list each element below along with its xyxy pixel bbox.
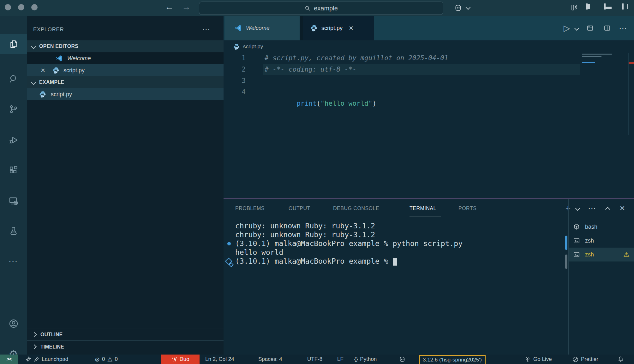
- terminal-line: chruby: unknown Ruby: ruby-3.1.2: [235, 221, 375, 230]
- terminal-instance-zsh[interactable]: zsh: [569, 234, 634, 248]
- project-section-header[interactable]: EXAMPLE: [27, 76, 224, 88]
- warning-count: 0: [115, 356, 117, 362]
- line-number: 2: [227, 64, 246, 75]
- overview-ruler: [628, 53, 629, 135]
- outline-section[interactable]: OUTLINE: [27, 328, 224, 341]
- timeline-section[interactable]: TIMELINE: [27, 340, 224, 353]
- python-icon: [39, 91, 46, 98]
- indentation-indicator[interactable]: Spaces: 4: [258, 355, 282, 364]
- close-window-button[interactable]: [5, 4, 11, 10]
- language-label: Python: [360, 356, 377, 362]
- remote-indicator[interactable]: ><: [0, 355, 18, 364]
- editor-more-actions-icon[interactable]: ⋯: [618, 16, 628, 40]
- breadcrumb-item[interactable]: script.py: [243, 44, 263, 50]
- account-icon[interactable]: [0, 314, 27, 334]
- tab-debug-console[interactable]: DEBUG CONSOLE: [333, 203, 379, 214]
- terminal-instance-zsh-selected[interactable]: zsh ⚠: [569, 248, 634, 261]
- activity-bar: ⋯ ⚙: [0, 16, 27, 355]
- cursor-position[interactable]: Ln 2, Col 24: [205, 355, 234, 364]
- toggle-panel-icon[interactable]: [604, 3, 606, 10]
- gitlab-duo-badge[interactable]: Duo: [161, 355, 200, 364]
- explorer-sidebar: EXPLORER ⋯ OPEN EDITORS Welcome × script…: [27, 16, 224, 355]
- run-dropdown-chevron-icon[interactable]: [573, 16, 580, 40]
- customize-layout-icon[interactable]: [570, 4, 578, 11]
- remote-explorer-icon[interactable]: [0, 191, 27, 211]
- open-editor-scriptpy[interactable]: × script.py: [27, 64, 224, 76]
- run-python-file-icon[interactable]: ▷: [562, 16, 571, 40]
- bottom-panel: PROBLEMS OUTPUT DEBUG CONSOLE TERMINAL P…: [224, 198, 634, 355]
- mini-rocket-icon: [34, 356, 39, 362]
- open-editor-welcome[interactable]: Welcome: [27, 52, 224, 64]
- error-icon: ⊗: [95, 356, 100, 363]
- editor-area: Welcome script.py × ▷ ⋯: [224, 16, 634, 355]
- tab-output[interactable]: OUTPUT: [289, 203, 310, 214]
- terminal-icon: [573, 251, 580, 258]
- close-panel-icon[interactable]: ×: [618, 203, 627, 214]
- new-terminal-icon[interactable]: +: [564, 203, 572, 214]
- problems-status[interactable]: ⊗ 0 ⚠ 0: [95, 355, 118, 364]
- command-center-search[interactable]: example: [199, 2, 443, 15]
- maximize-panel-icon[interactable]: [603, 203, 612, 214]
- tab-terminal[interactable]: TERMINAL: [410, 203, 436, 214]
- project-section-label: EXAMPLE: [39, 79, 64, 85]
- extensions-icon[interactable]: [0, 160, 27, 180]
- python-interpreter-indicator[interactable]: 3.12.6 ('hsg-spring2025'): [419, 355, 486, 364]
- terminal-instance-label: zsh: [585, 251, 594, 258]
- python-icon: [310, 24, 318, 32]
- terminal-icon: [573, 237, 580, 244]
- tab-problems[interactable]: PROBLEMS: [235, 203, 265, 214]
- circle-slash-icon: [572, 356, 579, 363]
- copilot-menu-chevron-icon[interactable]: [466, 5, 471, 10]
- vscode-logo-icon: [234, 24, 242, 32]
- go-live-item[interactable]: Go Live: [524, 355, 552, 364]
- code-punct: ): [372, 100, 376, 107]
- split-editor-icon[interactable]: [602, 16, 613, 40]
- explorer-actions-icon[interactable]: ⋯: [202, 23, 210, 36]
- prettier-item[interactable]: Prettier: [572, 355, 598, 364]
- launchpad-label: Launchpad: [42, 356, 68, 362]
- back-arrow-icon[interactable]: ←: [165, 2, 174, 12]
- tab-ports[interactable]: PORTS: [458, 203, 476, 214]
- sidebar-title: EXPLORER: [33, 23, 64, 36]
- zoom-window-button[interactable]: [31, 4, 38, 10]
- forward-arrow-icon[interactable]: →: [182, 2, 191, 12]
- breadcrumb[interactable]: script.py: [224, 40, 634, 53]
- tab-scriptpy[interactable]: script.py ×: [303, 16, 374, 40]
- notifications-bell-icon[interactable]: [617, 355, 624, 364]
- testing-icon[interactable]: [0, 221, 27, 241]
- cube-icon: [573, 223, 580, 230]
- language-mode[interactable]: {} Python: [354, 355, 377, 364]
- tab-welcome[interactable]: Welcome: [225, 16, 300, 40]
- code-punct: (: [316, 100, 320, 107]
- encoding-indicator[interactable]: UTF-8: [307, 355, 322, 364]
- terminal-launch-chevron-icon[interactable]: [574, 203, 581, 214]
- run-and-debug-icon[interactable]: [0, 130, 27, 150]
- terminal-scrollbar-mark[interactable]: [565, 236, 567, 250]
- command-success-decoration-icon[interactable]: [227, 242, 231, 245]
- search-view-icon[interactable]: [0, 69, 27, 89]
- toggle-secondary-sidebar-icon[interactable]: [622, 3, 624, 10]
- toggle-primary-sidebar-icon[interactable]: [586, 3, 588, 10]
- more-views-icon[interactable]: ⋯: [0, 251, 27, 271]
- panel-more-actions-icon[interactable]: ⋯: [587, 203, 597, 214]
- launchpad-item[interactable]: Launchpad: [25, 355, 68, 364]
- terminal-scrollbar-mark[interactable]: [565, 255, 567, 269]
- code-comment: # -*- coding: utf-8 -*-: [265, 66, 356, 73]
- terminal-line: (3.10.1) malka@MacBookPro example % pyth…: [235, 239, 463, 248]
- open-editors-header[interactable]: OPEN EDITORS: [27, 40, 224, 52]
- minimize-window-button[interactable]: [18, 4, 24, 10]
- copilot-icon[interactable]: [454, 4, 463, 12]
- close-icon[interactable]: ×: [349, 24, 353, 32]
- close-icon[interactable]: ×: [41, 66, 45, 75]
- minimap: [582, 62, 595, 63]
- source-control-icon[interactable]: [0, 99, 27, 119]
- copilot-status-icon[interactable]: [398, 355, 406, 364]
- open-changes-icon[interactable]: [585, 16, 595, 40]
- terminal-instance-bash[interactable]: bash: [569, 220, 634, 234]
- eol-indicator[interactable]: LF: [337, 355, 344, 364]
- terminal-prompt: (3.10.1) malka@MacBookPro example %: [235, 257, 393, 265]
- terminal-cursor: [393, 258, 397, 266]
- file-row-scriptpy[interactable]: script.py: [27, 88, 224, 100]
- editor-tab-bar: Welcome script.py × ▷ ⋯: [224, 16, 634, 40]
- explorer-icon[interactable]: [0, 34, 27, 54]
